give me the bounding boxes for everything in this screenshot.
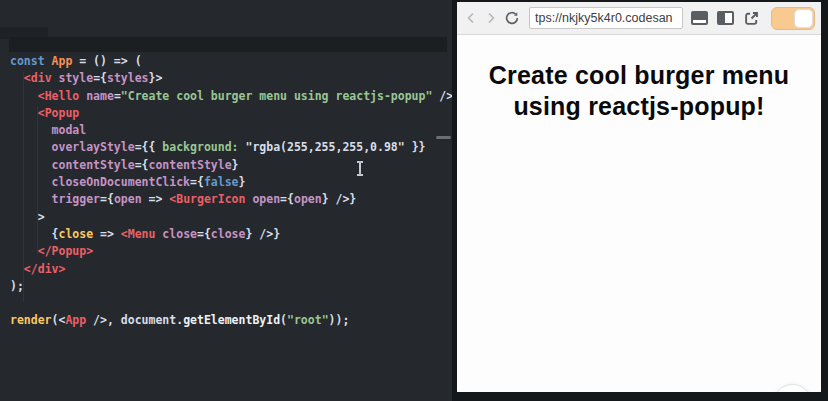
active-line-highlight bbox=[9, 37, 447, 52]
toggle-knob bbox=[794, 9, 813, 28]
editor-scrollbar-thumb[interactable] bbox=[436, 136, 451, 139]
preview-content: Create cool burger menu using reactjs-po… bbox=[457, 60, 821, 392]
refresh-icon bbox=[504, 10, 520, 26]
code-line bbox=[10, 295, 452, 312]
code-line: contentStyle={contentStyle} bbox=[10, 157, 452, 174]
back-button[interactable] bbox=[463, 8, 479, 28]
code-line: closeOnDocumentClick={false} bbox=[10, 174, 452, 191]
codesandbox-split-view: const App = () => ( <div style={styles}>… bbox=[0, 0, 828, 401]
url-input[interactable] bbox=[529, 7, 683, 29]
code-line: <Popup bbox=[10, 105, 452, 122]
refresh-button[interactable] bbox=[504, 8, 520, 28]
code-lines: const App = () => ( <div style={styles}>… bbox=[10, 53, 452, 330]
code-line: </Popup> bbox=[10, 243, 452, 260]
open-external-button[interactable] bbox=[743, 10, 760, 27]
code-line: render(<App />, document.getElementById(… bbox=[10, 312, 452, 329]
code-line: const App = () => ( bbox=[10, 53, 452, 70]
forward-button[interactable] bbox=[484, 8, 500, 28]
live-preview-toggle[interactable] bbox=[771, 7, 815, 30]
code-line: overlayStyle={{ background: "rgba(255,25… bbox=[10, 139, 452, 156]
page-title: Create cool burger menu using reactjs-po… bbox=[473, 60, 805, 122]
code-editor[interactable]: const App = () => ( <div style={styles}>… bbox=[0, 0, 452, 401]
forward-icon bbox=[485, 12, 497, 24]
code-line: <Hello name="Create cool burger menu usi… bbox=[10, 88, 452, 105]
code-line: <div style={styles}> bbox=[10, 70, 452, 87]
code-line: ); bbox=[10, 278, 452, 295]
code-line: {close => <Menu close={close} />} bbox=[10, 226, 452, 243]
browser-toolbar bbox=[457, 2, 821, 35]
back-icon bbox=[465, 12, 477, 24]
split-view-icon bbox=[717, 11, 734, 25]
code-line: </div> bbox=[10, 261, 452, 278]
open-external-icon bbox=[743, 10, 760, 27]
code-line: trigger={open => <BurgerIcon open={open}… bbox=[10, 191, 452, 208]
split-view-button[interactable] bbox=[717, 11, 734, 25]
dock-bottom-button[interactable] bbox=[691, 11, 708, 25]
code-line: > bbox=[10, 209, 452, 226]
dock-bottom-icon bbox=[691, 11, 708, 25]
ibeam-cursor-icon bbox=[356, 161, 364, 176]
code-line: modal bbox=[10, 122, 452, 139]
browser-preview-pane: Create cool burger menu using reactjs-po… bbox=[457, 2, 821, 392]
burger-menu-button[interactable] bbox=[773, 384, 812, 392]
